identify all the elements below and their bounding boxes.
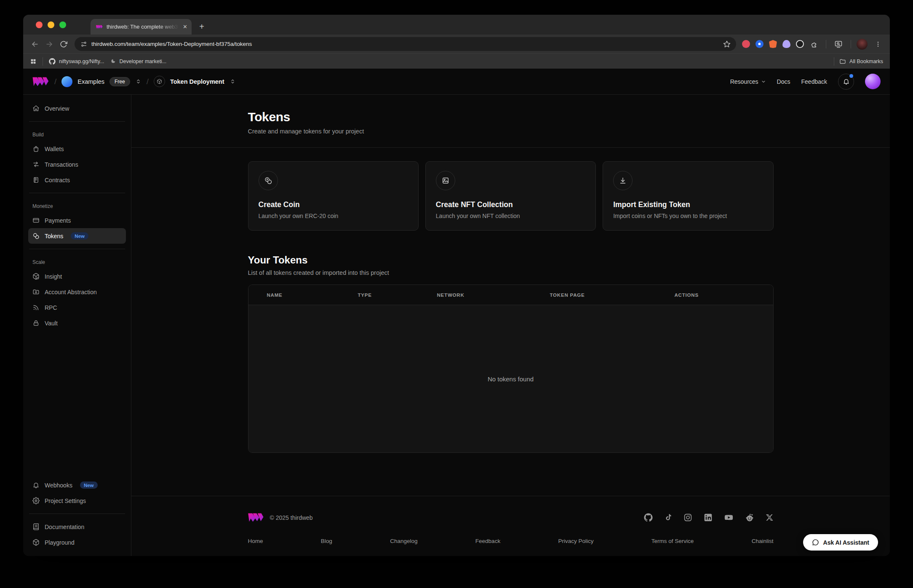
bookmark-item[interactable]: niftyswap.gg/Nifty... bbox=[49, 58, 104, 65]
bookmarks-bar: niftyswap.gg/Nifty... Developer marketi.… bbox=[23, 53, 890, 69]
bookmark-star-button[interactable] bbox=[720, 37, 734, 51]
sidebar-item-overview[interactable]: Overview bbox=[28, 101, 126, 116]
table-empty-state: No tokens found bbox=[248, 305, 773, 452]
cube-search-icon bbox=[32, 273, 40, 280]
browser-tab[interactable]: thirdweb: The complete web3 ✕ bbox=[91, 19, 192, 35]
forward-icon bbox=[45, 40, 53, 48]
sidebar-item-wallets[interactable]: Wallets bbox=[28, 141, 126, 157]
minimize-window-button[interactable] bbox=[48, 21, 54, 28]
sidebar-item-playground[interactable]: Playground bbox=[28, 535, 126, 550]
sidebar-item-label: Account Abstraction bbox=[45, 289, 97, 295]
project-icon bbox=[154, 76, 165, 87]
sidebar-item-tokens[interactable]: Tokens New bbox=[28, 228, 126, 244]
ask-ai-assistant-button[interactable]: Ask AI Assistant bbox=[803, 534, 878, 551]
sidebar-item-webhooks[interactable]: Webhooks New bbox=[28, 477, 126, 493]
rss-icon bbox=[32, 304, 40, 311]
create-nft-collection-card[interactable]: Create NFT Collection Launch your own NF… bbox=[425, 161, 596, 231]
page-title: Tokens bbox=[248, 110, 774, 124]
extension-icon-blue[interactable] bbox=[755, 40, 764, 48]
new-badge: New bbox=[71, 232, 88, 239]
resources-menu[interactable]: Resources bbox=[730, 78, 766, 85]
back-icon bbox=[31, 40, 39, 48]
instagram-icon[interactable] bbox=[683, 513, 692, 522]
sidebar-item-vault[interactable]: Vault bbox=[28, 315, 126, 331]
footer-links: Home Blog Changelog Feedback Privacy Pol… bbox=[248, 538, 774, 544]
linkedin-icon[interactable] bbox=[704, 513, 713, 522]
sidebar-item-rpc[interactable]: RPC bbox=[28, 300, 126, 315]
sidebar-section-monetize: Monetize bbox=[32, 203, 122, 209]
feedback-link[interactable]: Feedback bbox=[801, 78, 827, 85]
x-icon[interactable] bbox=[766, 514, 774, 521]
bookmark-item[interactable]: Developer marketi... bbox=[110, 59, 166, 64]
sidebar-item-label: Tokens bbox=[45, 233, 63, 239]
tab-close-icon[interactable]: ✕ bbox=[183, 24, 187, 29]
lock-icon bbox=[32, 319, 40, 327]
card-description: Import coins or NFTs you own to the proj… bbox=[613, 213, 763, 219]
github-icon[interactable] bbox=[644, 513, 653, 522]
project-switcher-icon[interactable] bbox=[230, 78, 236, 85]
column-header-actions: ACTIONS bbox=[675, 293, 773, 298]
kebab-menu-icon bbox=[875, 41, 881, 48]
browser-profile-avatar[interactable] bbox=[857, 39, 868, 50]
star-icon bbox=[723, 40, 731, 48]
maximize-window-button[interactable] bbox=[59, 21, 66, 28]
url-bar[interactable]: thirdweb.com/team/examples/Token-Deploym… bbox=[75, 37, 736, 51]
team-switcher-icon[interactable] bbox=[135, 78, 141, 85]
thirdweb-logo[interactable] bbox=[32, 76, 49, 87]
sidebar-item-payments[interactable]: Payments bbox=[28, 213, 126, 228]
sidebar-item-contracts[interactable]: Contracts bbox=[28, 172, 126, 188]
tokens-table: NAME TYPE NETWORK TOKEN PAGE ACTIONS No … bbox=[248, 285, 774, 453]
new-tab-button[interactable]: + bbox=[196, 21, 208, 32]
footer-link-privacy-policy[interactable]: Privacy Policy bbox=[558, 538, 593, 544]
sidebar-item-transactions[interactable]: Transactions bbox=[28, 157, 126, 172]
team-name[interactable]: Examples bbox=[77, 78, 104, 85]
apps-grid-icon[interactable] bbox=[30, 58, 37, 65]
docs-link[interactable]: Docs bbox=[777, 78, 790, 85]
youtube-icon[interactable] bbox=[724, 513, 734, 522]
folder-icon bbox=[839, 58, 846, 65]
notifications-button[interactable] bbox=[838, 74, 854, 90]
sidebar-section-scale: Scale bbox=[32, 259, 122, 265]
app-header-right: Resources Docs Feedback bbox=[730, 74, 881, 90]
footer-link-terms-of-service[interactable]: Terms of Service bbox=[651, 538, 694, 544]
social-links bbox=[644, 513, 774, 522]
sidebar-item-label: Overview bbox=[45, 105, 69, 112]
your-tokens-title: Your Tokens bbox=[248, 254, 774, 266]
credit-card-icon bbox=[32, 217, 40, 224]
footer-link-chainlist[interactable]: Chainlist bbox=[752, 538, 774, 544]
create-coin-card[interactable]: Create Coin Launch your own ERC-20 coin bbox=[248, 161, 419, 231]
reload-button[interactable] bbox=[57, 37, 70, 51]
extension-icon-red[interactable] bbox=[742, 40, 750, 48]
import-existing-token-card[interactable]: Import Existing Token Import coins or NF… bbox=[603, 161, 773, 231]
footer-link-changelog[interactable]: Changelog bbox=[390, 538, 417, 544]
column-header-type: TYPE bbox=[358, 293, 437, 298]
footer-link-blog[interactable]: Blog bbox=[321, 538, 332, 544]
extension-icon-ghost[interactable] bbox=[782, 40, 790, 48]
sidebar-item-insight[interactable]: Insight bbox=[28, 269, 126, 284]
box-icon bbox=[32, 539, 40, 546]
footer-link-home[interactable]: Home bbox=[248, 538, 263, 544]
sidebar-divider bbox=[29, 249, 125, 249]
card-title: Import Existing Token bbox=[613, 200, 763, 209]
close-window-button[interactable] bbox=[36, 21, 43, 28]
project-name[interactable]: Token Deployment bbox=[170, 78, 224, 85]
column-header-name: NAME bbox=[267, 293, 358, 298]
extension-icon-fox[interactable] bbox=[769, 40, 777, 48]
back-button[interactable] bbox=[28, 37, 42, 51]
all-bookmarks-button[interactable]: All Bookmarks bbox=[839, 58, 883, 65]
sidebar-item-account-abstraction[interactable]: Account Abstraction bbox=[28, 284, 126, 300]
tiktok-icon[interactable] bbox=[664, 513, 672, 522]
extensions-puzzle-button[interactable] bbox=[809, 37, 820, 51]
browser-menu-button[interactable] bbox=[873, 37, 883, 51]
extension-icon-clock[interactable] bbox=[796, 40, 804, 48]
sidebar-item-label: Vault bbox=[45, 320, 58, 327]
bookmark-label: niftyswap.gg/Nifty... bbox=[59, 59, 104, 64]
tab-search-button[interactable] bbox=[832, 37, 845, 51]
reddit-icon[interactable] bbox=[745, 513, 754, 522]
sidebar-item-project-settings[interactable]: Project Settings bbox=[28, 493, 126, 508]
forward-button[interactable] bbox=[43, 37, 56, 51]
user-avatar[interactable] bbox=[865, 74, 881, 89]
chevron-down-icon bbox=[761, 79, 766, 84]
footer-link-feedback[interactable]: Feedback bbox=[475, 538, 500, 544]
sidebar-item-documentation[interactable]: Documentation bbox=[28, 519, 126, 535]
